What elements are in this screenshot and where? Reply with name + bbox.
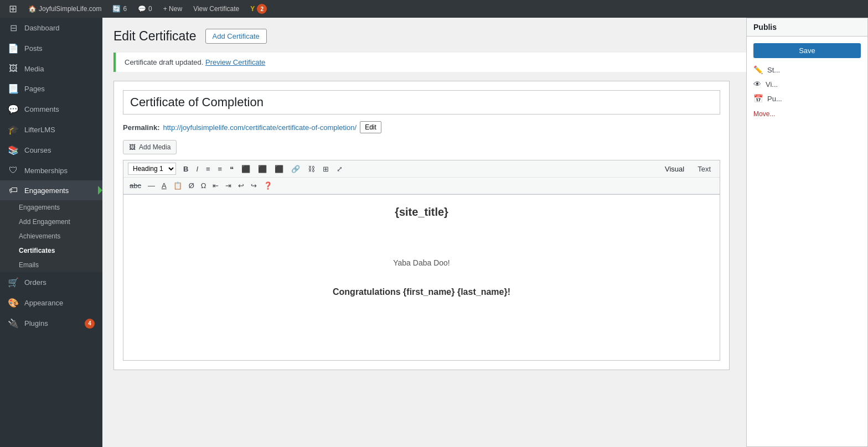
wp-logo[interactable]: ⊞ <box>4 0 22 18</box>
publish-date-row: 📅 Pu... <box>753 91 861 106</box>
editor-body[interactable]: {site_title} Yaba Daba Doo! Congratulati… <box>123 195 720 361</box>
toolbar-row1: Heading 1 Paragraph Heading 2 Heading 3 … <box>123 160 720 178</box>
sidebar-item-pages[interactable]: 📃 Pages <box>0 79 102 99</box>
sidebar-item-engagements[interactable]: 🏷 Engagements <box>0 180 102 200</box>
editor-congrats: Congratulations {first_name} {last_name}… <box>135 287 709 297</box>
sidebar-item-certificates[interactable]: Certificates <box>0 243 102 258</box>
sidebar-item-comments[interactable]: 💬 Comments <box>0 99 102 119</box>
undo-button[interactable]: ↩ <box>235 180 247 191</box>
sidebar-item-courses[interactable]: 📚 Courses <box>0 140 102 160</box>
plugins-icon: 🔌 <box>8 318 19 329</box>
clear-format-button[interactable]: Ø <box>186 180 197 191</box>
calendar-icon: 📅 <box>753 94 763 103</box>
visual-tab[interactable]: Visual <box>660 163 689 175</box>
lifterlms-icon: 🎓 <box>8 124 19 135</box>
permalink-edit-button[interactable]: Edit <box>360 121 381 133</box>
page-header: Edit Certificate Add Certificate <box>113 29 857 44</box>
site-name[interactable]: 🏠 JoyfulSimpleLife.com <box>24 0 106 18</box>
unordered-list-button[interactable]: ≡ <box>203 163 213 175</box>
save-button[interactable]: Save <box>753 43 861 58</box>
sidebar-item-appearance[interactable]: 🎨 Appearance <box>0 293 102 313</box>
visibility-icon: 👁 <box>753 80 761 89</box>
plugin-icon[interactable]: Y 2 <box>246 0 271 18</box>
dashboard-icon: ⊟ <box>8 23 19 33</box>
outdent-button[interactable]: ⇤ <box>210 180 221 191</box>
link-button[interactable]: 🔗 <box>288 163 303 175</box>
post-title-input[interactable] <box>123 90 720 115</box>
heading-select[interactable]: Heading 1 Paragraph Heading 2 Heading 3 … <box>128 163 176 175</box>
plugins-badge: 4 <box>85 319 95 329</box>
add-media-button[interactable]: 🖼 Add Media <box>123 140 177 154</box>
text-tab[interactable]: Text <box>693 163 715 175</box>
align-center-button[interactable]: ⬛ <box>255 163 270 175</box>
redo-button[interactable]: ↪ <box>248 180 260 191</box>
appearance-icon: 🎨 <box>8 298 19 308</box>
sidebar-item-emails[interactable]: Emails <box>0 258 102 272</box>
align-right-button[interactable]: ⬛ <box>272 163 286 175</box>
sidebar-item-media[interactable]: 🖼 Media <box>0 59 102 79</box>
permalink-link[interactable]: http://joyfulsimplelife.com/certificate/… <box>163 123 356 132</box>
table-button[interactable]: ⊞ <box>320 163 332 175</box>
align-left-button[interactable]: ⬛ <box>239 163 253 175</box>
strikethrough-button[interactable]: abc <box>127 180 144 191</box>
sidebar-item-lifterlms[interactable]: 🎓 LifterLMS <box>0 119 102 140</box>
sidebar-item-achievements[interactable]: Achievements <box>0 229 102 243</box>
sidebar-item-posts[interactable]: 📄 Posts <box>0 38 102 59</box>
pages-icon: 📃 <box>8 84 19 94</box>
engagements-submenu: Engagements Add Engagement Achievements … <box>0 200 102 272</box>
sidebar-item-plugins[interactable]: 🔌 Plugins 4 <box>0 313 102 334</box>
unlink-button[interactable]: ⛓ <box>305 163 318 175</box>
status-icon: ✏️ <box>753 65 763 74</box>
toolbar-right: Visual Text <box>660 163 715 175</box>
sidebar-item-engagements-list[interactable]: Engagements <box>0 200 102 215</box>
horizontal-rule-button[interactable]: — <box>145 180 158 191</box>
indent-button[interactable]: ⇥ <box>223 180 234 191</box>
engagements-icon: 🏷 <box>8 185 19 195</box>
toolbar-row2: abc — A 📋 Ø Ω ⇤ ⇥ ↩ ↪ ❓ <box>123 178 720 194</box>
notice-bar: Certificate draft updated. Preview Certi… <box>113 53 857 72</box>
help-button[interactable]: ❓ <box>261 180 275 191</box>
memberships-icon: 🛡 <box>8 165 19 175</box>
permalink-row: Permalink: http://joyfulsimplelife.com/c… <box>123 121 720 133</box>
editor-container: Permalink: http://joyfulsimplelife.com/c… <box>113 81 730 370</box>
preview-certificate-link[interactable]: Preview Certificate <box>205 58 265 66</box>
plugin-badge: 2 <box>257 4 267 14</box>
add-certificate-button[interactable]: Add Certificate <box>205 29 267 44</box>
view-certificate-button[interactable]: View Certificate <box>189 0 244 18</box>
visibility-row: 👁 Vi... <box>753 77 861 91</box>
comments-button[interactable]: 💬 0 <box>133 0 157 18</box>
text-color-button[interactable]: A <box>159 180 169 191</box>
orders-icon: 🛒 <box>8 277 19 288</box>
media-icon: 🖼 <box>8 64 19 74</box>
status-row: ✏️ St... <box>753 63 861 77</box>
engagements-arrow <box>98 186 102 195</box>
move-to-trash-link[interactable]: Move... <box>753 110 861 118</box>
sidebar: ⊟ Dashboard 📄 Posts 🖼 Media 📃 Pages 💬 Co… <box>0 18 102 447</box>
special-chars-button[interactable]: Ω <box>198 180 209 191</box>
sidebar-item-dashboard[interactable]: ⊟ Dashboard <box>0 18 102 38</box>
page-title: Edit Certificate <box>113 29 197 44</box>
add-media-icon: 🖼 <box>129 143 136 151</box>
publish-panel-body: Save ✏️ St... 👁 Vi... 📅 Pu... Move... <box>747 37 867 124</box>
posts-icon: 📄 <box>8 43 19 54</box>
sidebar-item-add-engagement[interactable]: Add Engagement <box>0 215 102 229</box>
fullscreen-button[interactable]: ⤢ <box>334 163 345 175</box>
courses-icon: 📚 <box>8 145 19 155</box>
comments-icon: 💬 <box>8 104 19 115</box>
site-title-placeholder: {site_title} <box>135 206 709 219</box>
toolbar-left: Heading 1 Paragraph Heading 2 Heading 3 … <box>128 163 345 175</box>
paste-text-button[interactable]: 📋 <box>170 180 185 191</box>
editor-toolbar: Heading 1 Paragraph Heading 2 Heading 3 … <box>123 160 720 195</box>
ordered-list-button[interactable]: ≡ <box>215 163 225 175</box>
updates-button[interactable]: 🔄 6 <box>108 0 131 18</box>
sidebar-item-orders[interactable]: 🛒 Orders <box>0 272 102 293</box>
sidebar-item-memberships[interactable]: 🛡 Memberships <box>0 160 102 180</box>
publish-panel-header: Publis <box>747 18 867 37</box>
admin-bar: ⊞ 🏠 JoyfulSimpleLife.com 🔄 6 💬 0 + New V… <box>0 0 868 18</box>
publish-panel: Publis Save ✏️ St... 👁 Vi... 📅 Pu... Mov… <box>746 18 868 447</box>
editor-greeting: Yaba Daba Doo! <box>135 258 709 267</box>
bold-button[interactable]: B <box>180 163 191 175</box>
blockquote-button[interactable]: ❝ <box>227 163 236 175</box>
italic-button[interactable]: I <box>193 163 201 175</box>
new-button[interactable]: + New <box>159 0 187 18</box>
